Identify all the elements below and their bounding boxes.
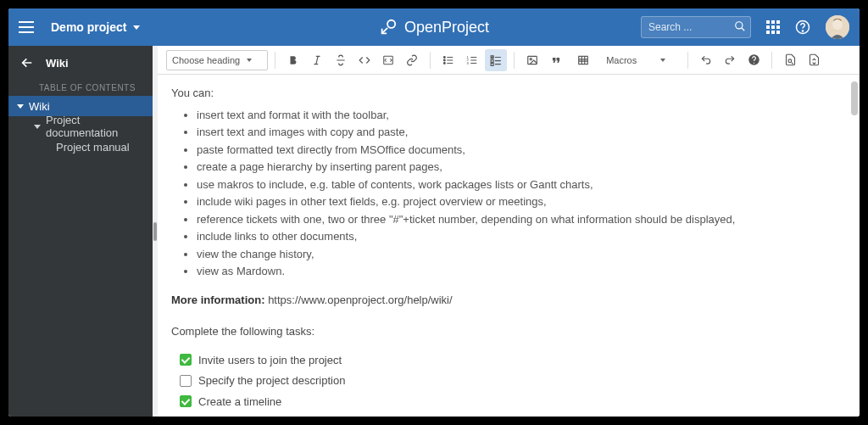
svg-point-26 [444,62,446,64]
topbar: Demo project OpenProject [8,8,860,46]
tasks-intro: Complete the following tasks: [171,323,846,340]
list-item: reference tickets with one, two or three… [197,211,846,228]
task-item: Invite users to join the project [171,350,846,372]
sidebar: Wiki TABLE OF CONTENTS Wiki Project docu… [8,46,153,417]
strikethrough-button[interactable] [330,49,352,71]
svg-rect-38 [491,63,493,65]
intro-text: You can: [171,87,214,99]
code-button[interactable] [353,49,376,71]
macros-label: Macros [606,55,637,65]
table-button[interactable] [569,49,599,71]
svg-point-24 [444,59,446,61]
svg-rect-11 [776,31,780,34]
svg-point-15 [832,20,843,30]
task-label: Specify the project description [198,372,345,389]
task-item: Create a timeline [171,392,846,413]
bold-button[interactable] [282,49,304,71]
search-box [641,16,751,38]
image-button[interactable] [521,49,543,71]
svg-line-19 [316,56,318,64]
fullscreen-button[interactable] [803,49,825,71]
svg-line-2 [742,28,745,31]
svg-rect-42 [579,56,588,64]
list-item: include links to other documents, [197,228,846,245]
svg-point-49 [788,59,792,63]
task-list: Invite users to join the project Specify… [171,350,846,417]
sidebar-item-project-documentation[interactable]: Project documentation [8,116,153,137]
svg-rect-4 [771,20,775,24]
svg-point-41 [530,58,531,59]
more-info-url: https://www.openproject.org/help/wiki/ [268,294,453,306]
redo-button[interactable] [719,49,741,71]
svg-rect-7 [771,25,775,29]
toc-label: TABLE OF CONTENTS [8,80,153,96]
heading-select[interactable]: Choose heading [166,50,268,70]
task-label: Create a timeline [198,394,281,411]
modules-icon[interactable] [766,20,780,34]
svg-point-1 [736,22,743,29]
more-info-label: More information: [171,294,265,306]
list-item: create a page hierarchy by inserting par… [197,159,846,176]
codeblock-button[interactable] [377,49,399,71]
undo-button[interactable] [695,49,717,71]
svg-rect-8 [776,25,780,29]
svg-point-22 [444,56,446,58]
list-item: insert text and images with copy and pas… [197,124,846,141]
svg-rect-40 [528,56,537,64]
numbered-list-button[interactable]: 123 [461,49,483,71]
task-item: Schedule phases, milestones and tasks [171,412,846,417]
caret-down-icon [247,59,252,62]
sidebar-item-label: Wiki [29,100,50,113]
feature-list: insert text and format it with the toolb… [197,107,846,280]
sidebar-item-label: Project documentation [46,114,144,139]
help-icon[interactable] [795,20,810,35]
checkbox-icon[interactable] [180,375,192,387]
svg-rect-36 [491,59,493,62]
task-label: Schedule phases, milestones and tasks [198,414,392,417]
task-label: Invite users to join the project [198,352,342,369]
avatar[interactable] [826,15,849,39]
brand-text: OpenProject [404,19,489,36]
sidebar-item-label: Project manual [56,141,130,154]
list-item: view as Mardown. [197,263,846,280]
list-item: insert text and format it with the toolb… [197,107,846,124]
svg-rect-6 [766,25,770,29]
svg-rect-10 [771,31,775,34]
bullet-list-button[interactable] [437,49,459,71]
caret-down-icon [133,25,140,30]
preview-button[interactable] [779,49,801,71]
blockquote-button[interactable] [545,49,567,71]
editor-content[interactable]: You can: insert text and format it with … [158,75,860,417]
link-button[interactable] [401,49,423,71]
chevron-down-icon [34,125,41,129]
svg-rect-9 [766,31,770,34]
checkbox-icon[interactable] [180,354,192,366]
brand-icon [379,18,398,36]
caret-down-icon [660,59,665,62]
editor-toolbar: Choose heading 123 Macros [158,46,860,75]
scrollbar[interactable] [851,81,858,410]
checkbox-icon[interactable] [180,395,192,407]
svg-text:3: 3 [467,60,470,64]
svg-line-50 [791,63,793,64]
todo-list-button[interactable] [485,49,507,71]
project-name-label: Demo project [51,20,126,34]
svg-rect-3 [766,20,770,24]
list-item: use makros to include, e.g. table of con… [197,176,846,193]
macros-select[interactable]: Macros [601,50,681,70]
sidebar-header: Wiki [8,46,153,80]
list-item: include wiki pages in other text fields,… [197,193,846,210]
project-selector[interactable]: Demo project [51,20,140,34]
italic-button[interactable] [306,49,328,71]
help-button[interactable] [743,49,765,71]
topbar-actions [766,15,849,39]
list-item: view the change history, [197,246,846,263]
brand: OpenProject [379,18,489,36]
menu-toggle[interactable] [19,21,34,33]
back-icon[interactable] [20,56,34,70]
svg-point-13 [802,31,803,31]
search-icon[interactable] [734,20,746,32]
list-item: paste formatted text directly from MSOff… [197,142,846,159]
heading-select-label: Choose heading [172,55,240,65]
sidebar-item-project-manual[interactable]: Project manual [8,137,153,157]
